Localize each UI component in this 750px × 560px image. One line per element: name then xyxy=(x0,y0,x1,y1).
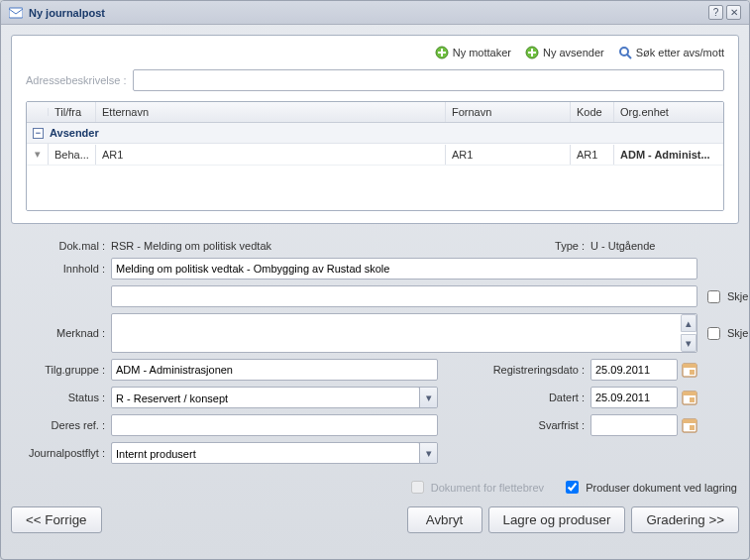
col-kode[interactable]: Kode xyxy=(571,102,614,122)
recipients-panel: Ny mottaker Ny avsender Søk etter avs/mo… xyxy=(11,35,739,224)
footer: << Forrige Avbryt Lagre og produser Grad… xyxy=(11,506,739,533)
svg-rect-12 xyxy=(683,419,696,423)
col-orgenhet[interactable]: Org.enhet xyxy=(614,102,723,122)
search-sender-label: Søk etter avs/mott xyxy=(636,47,724,58)
cancel-button[interactable]: Avbryt xyxy=(407,506,482,533)
svarfrist-input[interactable] xyxy=(590,414,678,436)
skjermet-merknad-checkbox[interactable]: Skjermet xyxy=(703,324,750,343)
svg-rect-0 xyxy=(9,8,23,18)
group-avsender[interactable]: − Avsender xyxy=(27,123,723,144)
skjermet-innhold-label: Skjermet xyxy=(727,290,750,302)
deresref-input[interactable] xyxy=(111,414,438,436)
row-expand[interactable]: ▾ xyxy=(27,144,49,165)
skjermet-merknad-label: Skjermet xyxy=(727,327,750,339)
flettebrev-input xyxy=(411,481,424,494)
innhold-input[interactable] xyxy=(111,258,697,280)
tilggruppe-input[interactable] xyxy=(111,359,438,381)
window-title: Ny journalpost xyxy=(29,7,705,19)
recipients-grid: Til/fra Etternavn Fornavn Kode Org.enhet… xyxy=(26,101,724,211)
close-button[interactable]: ✕ xyxy=(726,5,741,20)
innhold-label: Innhold : xyxy=(11,263,105,275)
address-row: Adressebeskrivelse : xyxy=(26,69,724,91)
col-tilfra[interactable]: Til/fra xyxy=(49,102,96,122)
new-recipient-button[interactable]: Ny mottaker xyxy=(435,46,511,59)
titlebar: Ny journalpost ? ✕ xyxy=(1,1,749,25)
datert-input[interactable] xyxy=(590,387,678,408)
prev-button[interactable]: << Forrige xyxy=(11,506,102,533)
calendar-icon[interactable] xyxy=(682,390,697,405)
grid-body: − Avsender ▾ Beha... AR1 AR1 AR1 ADM - A… xyxy=(27,123,723,210)
tilggruppe-label: Tilg.gruppe : xyxy=(11,364,105,376)
dialog-window: Ny journalpost ? ✕ Ny mottaker Ny avsend… xyxy=(0,0,750,560)
svg-point-3 xyxy=(620,48,628,56)
svg-rect-6 xyxy=(683,364,696,368)
produser-label: Produser dokument ved lagring xyxy=(586,482,737,494)
gradering-button[interactable]: Gradering >> xyxy=(631,506,739,533)
svg-rect-7 xyxy=(690,370,695,375)
col-fornavn[interactable]: Fornavn xyxy=(446,102,571,122)
cell-fornavn: AR1 xyxy=(446,145,571,165)
merknad-label: Merknad : xyxy=(11,327,105,339)
options-row: Dokument for flettebrev Produser dokumen… xyxy=(11,478,739,497)
flettebrev-label: Dokument for flettebrev xyxy=(431,482,544,494)
dialog-body: Ny mottaker Ny avsender Søk etter avs/mo… xyxy=(1,25,749,559)
scroll-up-icon[interactable]: ▴ xyxy=(681,314,696,332)
produser-checkbox[interactable]: Produser dokument ved lagring xyxy=(562,478,737,497)
address-label: Adressebeskrivelse : xyxy=(26,74,127,86)
new-sender-label: Ny avsender xyxy=(543,47,604,58)
deresref-label: Deres ref. : xyxy=(11,419,105,431)
col-etternavn[interactable]: Etternavn xyxy=(96,102,446,122)
dokmal-value: RSR - Melding om politisk vedtak xyxy=(111,240,438,252)
form: Dok.mal : RSR - Melding om politisk vedt… xyxy=(11,240,739,464)
svg-rect-10 xyxy=(690,397,695,402)
cell-orgenhet: ADM - Administ... xyxy=(614,145,723,165)
plus-icon xyxy=(525,46,539,59)
status-input[interactable] xyxy=(112,388,419,408)
flyt-combo[interactable]: ▾ xyxy=(111,442,438,464)
type-value: U - Utgående xyxy=(590,240,750,252)
innhold-input-2[interactable] xyxy=(111,285,697,307)
recipients-toolbar: Ny mottaker Ny avsender Søk etter avs/mo… xyxy=(26,46,724,59)
svg-rect-13 xyxy=(690,425,695,430)
calendar-icon[interactable] xyxy=(682,362,697,378)
type-label: Type : xyxy=(444,240,585,252)
table-row[interactable]: ▾ Beha... AR1 AR1 AR1 ADM - Administ... xyxy=(27,144,723,166)
status-combo[interactable]: ▾ xyxy=(111,387,438,408)
scroll-down-icon[interactable]: ▾ xyxy=(681,334,696,352)
datert-label: Datert : xyxy=(444,392,585,403)
flyt-input[interactable] xyxy=(112,443,419,464)
group-label: Avsender xyxy=(50,127,99,139)
cell-kode: AR1 xyxy=(571,145,614,165)
merknad-textarea[interactable] xyxy=(111,313,697,353)
regdato-label: Registreringsdato : xyxy=(444,364,585,376)
search-sender-button[interactable]: Søk etter avs/mott xyxy=(618,46,724,59)
col-expand xyxy=(27,108,49,116)
help-button[interactable]: ? xyxy=(708,5,723,20)
cell-tilfra: Beha... xyxy=(49,145,96,165)
calendar-icon[interactable] xyxy=(682,417,697,433)
address-input[interactable] xyxy=(133,69,725,91)
svg-rect-9 xyxy=(683,392,696,395)
chevron-down-icon[interactable]: ▾ xyxy=(419,388,437,407)
search-icon xyxy=(618,46,632,59)
grid-header: Til/fra Etternavn Fornavn Kode Org.enhet xyxy=(27,102,723,123)
svg-line-4 xyxy=(627,55,631,58)
skjermet-innhold-input[interactable] xyxy=(707,290,720,303)
new-recipient-label: Ny mottaker xyxy=(453,47,511,58)
dokmal-label: Dok.mal : xyxy=(11,240,105,252)
skjermet-innhold-checkbox[interactable]: Skjermet xyxy=(703,287,750,306)
produser-input[interactable] xyxy=(566,481,579,494)
new-sender-button[interactable]: Ny avsender xyxy=(525,46,604,59)
regdato-input[interactable] xyxy=(590,359,678,381)
save-button[interactable]: Lagre og produser xyxy=(488,506,626,533)
cell-etternavn: AR1 xyxy=(96,145,446,165)
status-label: Status : xyxy=(11,392,105,403)
skjermet-merknad-input[interactable] xyxy=(707,327,720,340)
plus-icon xyxy=(435,46,449,59)
flyt-label: Journalpostflyt : xyxy=(11,447,105,459)
mail-icon xyxy=(9,7,23,19)
flettebrev-checkbox: Dokument for flettebrev xyxy=(407,478,544,497)
chevron-down-icon[interactable]: ▾ xyxy=(419,443,437,463)
collapse-icon[interactable]: − xyxy=(33,128,44,139)
svarfrist-label: Svarfrist : xyxy=(444,419,585,431)
